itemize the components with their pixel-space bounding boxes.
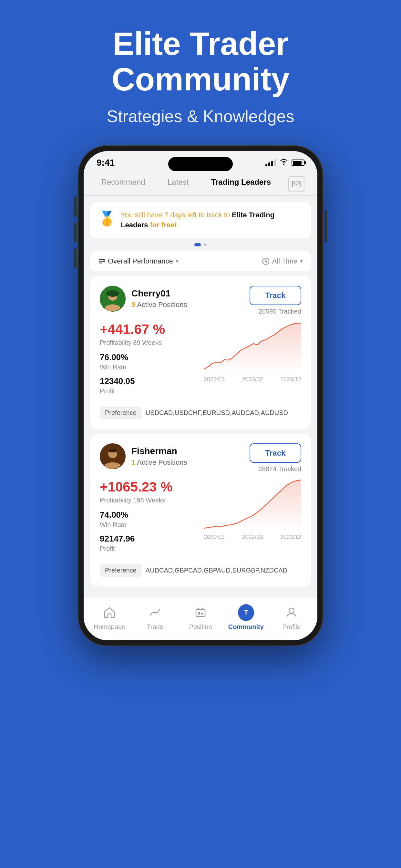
trader-card-cherry01: Cherry01 9 Active Positions Track 20595 … xyxy=(90,276,311,429)
promo-text-end: for free! xyxy=(148,221,177,229)
chart-labels-fisherman: 2020/03 2022/03 2023/12 xyxy=(204,534,301,540)
community-icon-circle: T xyxy=(238,604,254,621)
trader-info-fisherman: Fisherman 1 Active Positions xyxy=(100,443,187,469)
hero-section: Elite TraderCommunity Strategies & Knowl… xyxy=(0,0,401,145)
chart-labels-cherry01: 2022/03 2023/02 2023/12 xyxy=(204,376,301,383)
nav-position-label: Position xyxy=(189,623,212,631)
svg-rect-0 xyxy=(292,181,300,187)
chart-date-2-fisherman: 2022/03 xyxy=(242,534,263,540)
preference-row-fisherman: Preference AUDCAD,GBPCAD,GBPAUD,EURGBP,N… xyxy=(100,564,301,577)
nav-profile[interactable]: Profile xyxy=(272,604,311,631)
chart-date-2-cherry01: 2023/02 xyxy=(242,376,263,383)
nav-community[interactable]: T Community xyxy=(227,604,266,631)
track-button-cherry01[interactable]: Track xyxy=(250,286,301,305)
hero-title: Elite TraderCommunity xyxy=(19,26,382,97)
bottom-nav: Homepage Trade xyxy=(84,598,317,640)
phone-wrapper: 9:41 xyxy=(78,145,323,646)
svg-rect-14 xyxy=(198,612,200,615)
filter-row: Overall Performance ▾ All Time ▾ xyxy=(90,251,311,271)
trader-body-fisherman: +1065.23 % Profitability 196 Weeks 74.00… xyxy=(100,479,301,558)
phone-screen: 9:41 xyxy=(84,151,317,640)
svg-point-17 xyxy=(289,608,294,613)
active-positions-fisherman: 1 Active Positions xyxy=(131,458,187,467)
signal-bars-icon xyxy=(266,159,276,166)
trader-stats-fisherman: +1065.23 % Profitability 196 Weeks 74.00… xyxy=(100,479,197,558)
nav-tabs: Recommend Latest Trading Leaders xyxy=(84,171,317,196)
dynamic-island xyxy=(168,157,233,171)
chart-area-cherry01: 2022/03 2023/02 2023/12 xyxy=(204,321,301,400)
track-button-fisherman[interactable]: Track xyxy=(250,443,301,463)
medal-icon: 🥇 xyxy=(98,210,116,227)
svg-rect-11 xyxy=(109,449,117,453)
wifi-icon xyxy=(280,159,288,167)
time-filter-chevron: ▾ xyxy=(300,258,303,265)
promo-text-highlight: You still have 7 days left to track to xyxy=(121,211,232,219)
time-filter[interactable]: All Time ▾ xyxy=(262,257,303,266)
profitability-cherry01: +441.67 % xyxy=(100,321,197,337)
performance-filter-chevron: ▾ xyxy=(176,258,179,265)
nav-trade[interactable]: Trade xyxy=(135,604,174,631)
svg-rect-15 xyxy=(201,613,203,615)
nav-trade-label: Trade xyxy=(147,623,163,631)
preference-row-cherry01: Preference USDCAD,USDCHF,EURUSD,AUDCAD,A… xyxy=(100,407,301,419)
promo-banner: 🥇 You still have 7 days left to track to… xyxy=(90,202,311,238)
profit-fisherman: 92147.96 xyxy=(100,534,197,544)
tab-recommend[interactable]: Recommend xyxy=(96,176,150,192)
active-count-fisherman: 1 xyxy=(131,458,135,466)
tab-trading-leaders[interactable]: Trading Leaders xyxy=(206,176,276,192)
trader-name-fisherman: Fisherman xyxy=(131,446,187,456)
nav-position[interactable]: Position xyxy=(181,604,220,631)
avatar-cherry01 xyxy=(100,286,126,312)
profit-label-cherry01: Profit xyxy=(100,388,197,395)
active-positions-label-fisherman: Active Positions xyxy=(137,458,187,466)
nav-homepage-label: Homepage xyxy=(94,623,125,631)
svg-rect-8 xyxy=(106,293,119,295)
preference-badge-cherry01: Preference xyxy=(100,407,142,419)
performance-filter[interactable]: Overall Performance ▾ xyxy=(98,257,179,266)
mail-icon[interactable] xyxy=(288,176,305,192)
status-bar: 9:41 xyxy=(84,151,317,171)
nav-community-label: Community xyxy=(228,623,264,631)
active-positions-label-cherry01: Active Positions xyxy=(137,301,187,309)
nav-homepage[interactable]: Homepage xyxy=(90,604,129,631)
win-rate-label-cherry01: Win Rate xyxy=(100,364,197,371)
trader-details-fisherman: Fisherman 1 Active Positions xyxy=(131,446,187,467)
svg-point-12 xyxy=(154,612,156,614)
status-time: 9:41 xyxy=(96,158,115,168)
preference-pairs-fisherman: AUDCAD,GBPCAD,GBPAUD,EURGBP,NZDCAD xyxy=(146,567,287,574)
trader-header-cherry01: Cherry01 9 Active Positions Track 20595 … xyxy=(100,286,301,315)
dot-indicator xyxy=(90,243,311,246)
phone-frame: 9:41 xyxy=(78,145,323,646)
performance-filter-label: Overall Performance xyxy=(108,257,173,266)
phone-side-right xyxy=(325,210,327,242)
chart-date-1-cherry01: 2022/03 xyxy=(204,376,225,383)
promo-text: You still have 7 days left to track to E… xyxy=(121,210,303,230)
time-filter-label: All Time xyxy=(272,257,297,266)
svg-rect-13 xyxy=(196,609,205,616)
trader-name-cherry01: Cherry01 xyxy=(131,288,187,299)
profitability-label-cherry01: Profitability 89 Weeks xyxy=(100,339,197,346)
win-rate-cherry01: 76.00% xyxy=(100,352,197,362)
profit-cherry01: 12340.05 xyxy=(100,376,197,386)
profitability-fisherman: +1065.23 % xyxy=(100,479,197,495)
dot-active xyxy=(194,243,201,246)
hero-subtitle: Strategies & Knowledges xyxy=(19,106,382,126)
nav-profile-label: Profile xyxy=(282,623,301,631)
home-icon xyxy=(101,604,118,621)
status-icons xyxy=(266,159,305,167)
avatar-fisherman xyxy=(100,443,126,469)
trader-body-cherry01: +441.67 % Profitability 89 Weeks 76.00% … xyxy=(100,321,301,400)
chart-date-3-cherry01: 2023/12 xyxy=(280,376,301,383)
trade-icon xyxy=(147,604,163,621)
preference-pairs-cherry01: USDCAD,USDCHF,EURUSD,AUDCAD,AUDUSD xyxy=(146,409,288,416)
dot-inactive xyxy=(204,243,207,246)
win-rate-fisherman: 74.00% xyxy=(100,510,197,520)
active-count-cherry01: 9 xyxy=(131,301,135,309)
tracked-count-cherry01: 20595 Tracked xyxy=(250,308,301,315)
chart-date-1-fisherman: 2020/03 xyxy=(204,534,225,540)
tab-latest[interactable]: Latest xyxy=(163,176,193,192)
content-area: 🥇 You still have 7 days left to track to… xyxy=(84,196,317,598)
profitability-label-fisherman: Profitability 196 Weeks xyxy=(100,497,197,504)
tracked-count-fisherman: 28874 Tracked xyxy=(250,465,301,473)
community-icon: T xyxy=(238,604,254,621)
